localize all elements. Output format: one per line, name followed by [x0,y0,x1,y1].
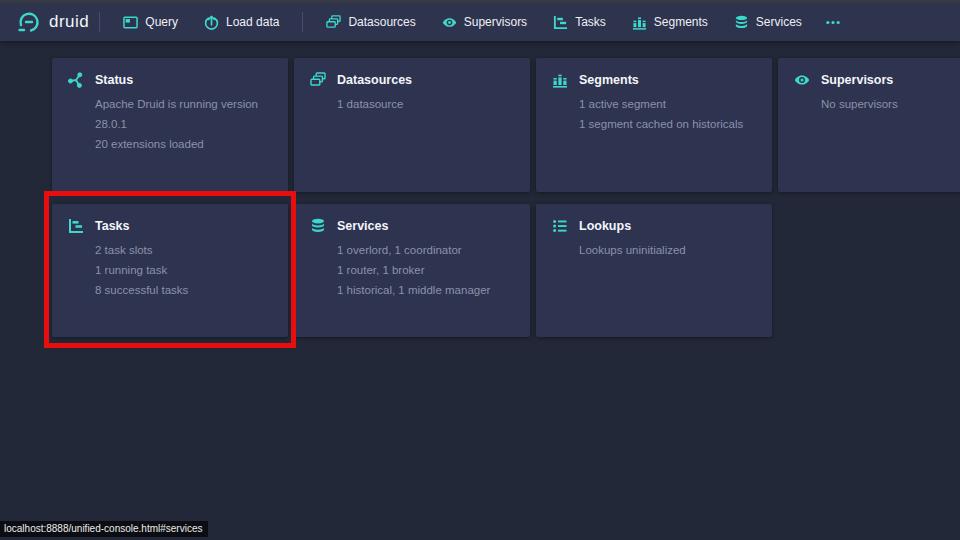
gantt-icon [68,218,84,234]
properties-icon [552,218,568,234]
segments-card[interactable]: Segments 1 active segment 1 segment cach… [536,58,772,192]
stacked-chart-icon [632,15,647,30]
card-line: Lookups uninitialized [579,240,756,260]
nav-item-query[interactable]: Query [110,3,191,41]
card-title: Status [90,73,133,87]
database-icon [734,15,749,30]
console-icon [123,15,138,30]
card-title: Datasources [332,73,412,87]
card-title: Segments [574,73,639,87]
supervisors-card[interactable]: Supervisors No supervisors [778,58,960,192]
card-title: Lookups [574,219,631,233]
card-line: 1 datasource [337,94,514,114]
nav-label: Supervisors [464,15,527,29]
nav-item-supervisors[interactable]: Supervisors [429,3,540,41]
status-card[interactable]: Status Apache Druid is running version 2… [52,58,288,192]
nav-separator [302,12,303,32]
more-dots-icon [825,15,841,30]
nav-more-button[interactable] [815,3,851,41]
eye-icon [794,72,810,88]
nav-separator [99,12,100,32]
card-line: 1 segment cached on historicals [579,114,756,134]
card-line: 20 extensions loaded [95,134,272,154]
eye-icon [442,15,457,30]
nav-item-datasources[interactable]: Datasources [313,3,428,41]
services-card[interactable]: Services 1 overlord, 1 coordinator 1 rou… [294,204,530,337]
card-line: No supervisors [821,94,960,114]
card-title: Supervisors [816,73,893,87]
druid-logo-text: druid [49,12,89,32]
card-line: 1 historical, 1 middle manager [337,280,514,300]
card-row-2: Tasks 2 task slots 1 running task 8 succ… [52,204,772,337]
nav-item-segments[interactable]: Segments [619,3,721,41]
gantt-icon [553,15,568,30]
nav-label: Query [145,15,178,29]
nav-label: Load data [226,15,279,29]
tasks-card[interactable]: Tasks 2 task slots 1 running task 8 succ… [52,204,288,337]
nav-item-tasks[interactable]: Tasks [540,3,619,41]
card-line: 1 active segment [579,94,756,114]
database-icon [310,218,326,234]
nav-label: Tasks [575,15,606,29]
nav-label: Segments [654,15,708,29]
browser-status-tooltip: localhost:8888/unified-console.html#serv… [0,521,208,537]
lookups-card[interactable]: Lookups Lookups uninitialized [536,204,772,337]
card-line: 2 task slots [95,240,272,260]
upload-icon [204,15,219,30]
nav-item-load-data[interactable]: Load data [191,3,292,41]
datasources-card[interactable]: Datasources 1 datasource [294,58,530,192]
card-line: 1 overlord, 1 coordinator [337,240,514,260]
nav-label: Datasources [348,15,415,29]
stacked-chart-icon [552,72,568,88]
nav-item-services[interactable]: Services [721,3,815,41]
top-navbar: druid Query Load data [0,3,960,41]
card-line: 8 successful tasks [95,280,272,300]
card-line: 1 running task [95,260,272,280]
card-row-1: Status Apache Druid is running version 2… [52,58,960,192]
card-line: 1 router, 1 broker [337,260,514,280]
multi-select-icon [326,15,341,30]
graph-icon [68,72,84,88]
card-title: Services [332,219,388,233]
druid-logo[interactable]: druid [16,10,89,34]
multi-select-icon [310,72,326,88]
nav-label: Services [756,15,802,29]
card-line: Apache Druid is running version 28.0.1 [95,94,272,134]
card-title: Tasks [90,219,130,233]
druid-logo-icon [16,10,42,34]
